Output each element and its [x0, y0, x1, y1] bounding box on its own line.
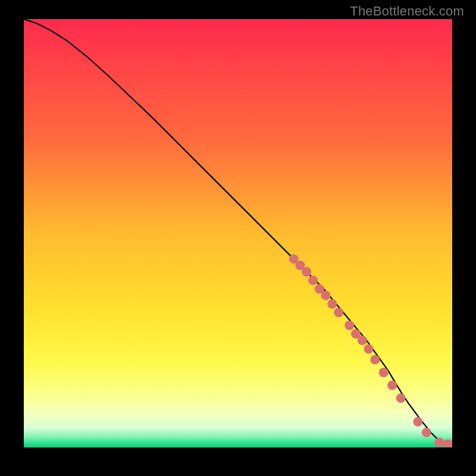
data-marker [334, 308, 343, 317]
data-marker [443, 439, 452, 447]
data-marker [358, 336, 367, 345]
data-marker [379, 368, 389, 377]
chart-frame: TheBottleneck.com [0, 0, 476, 476]
bottleneck-curve [24, 19, 452, 445]
data-marker [370, 355, 380, 364]
data-marker [345, 321, 354, 330]
data-marker [302, 267, 311, 277]
chart-overlay [24, 19, 452, 447]
data-marker [413, 417, 422, 427]
plot-area [24, 19, 452, 447]
highlighted-markers [289, 254, 452, 447]
data-marker [434, 437, 444, 447]
data-marker [321, 290, 331, 300]
data-marker [387, 381, 397, 390]
data-marker [327, 299, 337, 309]
data-marker [422, 428, 431, 437]
data-marker [308, 275, 318, 285]
watermark-label: TheBottleneck.com [350, 4, 464, 19]
data-marker [364, 344, 374, 353]
data-marker [396, 393, 406, 403]
